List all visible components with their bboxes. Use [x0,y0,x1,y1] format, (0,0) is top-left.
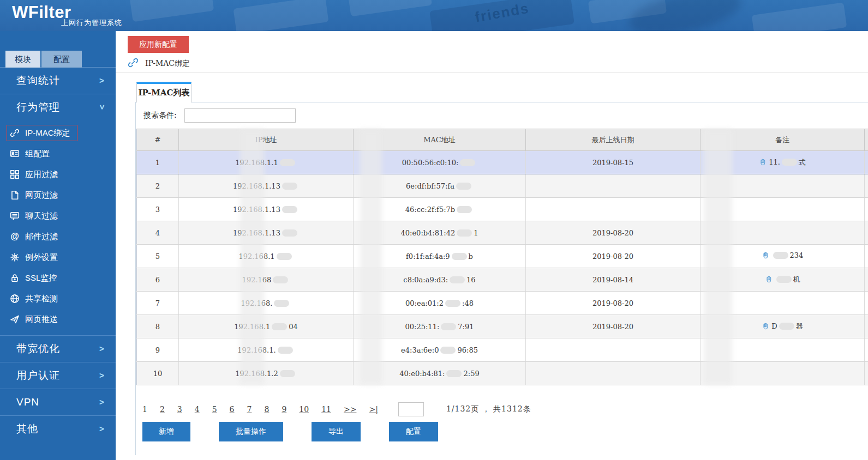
sidebar-item-label: 例外设置 [25,252,58,263]
search-input[interactable] [184,108,296,123]
top-header-bar: friends WFilter 上网行为管理系统 [0,0,868,31]
censored-blur [282,183,297,190]
sidebar-group-bandwidth-opt[interactable]: 带宽优化> [0,336,116,362]
cell-last-online: 2019-08-15 [526,151,701,174]
hand-remark-icon [762,251,770,261]
sidebar-item-app-filter[interactable]: 应用过滤 [0,164,116,185]
config-button[interactable]: 配置 [389,422,438,441]
sidebar-item-chat-filter[interactable]: 聊天过滤 [0,205,116,226]
sidebar-group-behavior-mgmt[interactable]: 行为管理> [0,94,116,120]
censored-blur [773,252,788,259]
page-link-8[interactable]: 8 [264,405,269,414]
hand-remark-icon [759,158,767,168]
keyboard-key-shape [233,0,328,31]
sidebar-item-ssl-monitor[interactable]: SSL监控 [0,268,116,288]
keyboard-key-shape [130,0,214,22]
page-link-10[interactable]: 10 [299,405,309,414]
page-last-link[interactable]: >| [369,405,378,414]
cell-last-online [526,174,701,198]
cell-overflow [865,174,868,198]
sidebar-item-web-filter[interactable]: 网页过滤 [0,185,116,205]
tab-ip-mac-list[interactable]: IP-MAC列表 [136,82,191,102]
sidebar-item-label: 网页过滤 [25,190,58,201]
sidebar-tab-config[interactable]: 配置 [41,51,82,68]
sidebar-item-group-config[interactable]: 组配置 [0,143,116,164]
table-row[interactable]: 2192.168.1.136e:df:bf:57:fa [137,174,868,198]
cell-last-online: 2019-08-14 [526,268,701,292]
action-buttons: 新增批量操作导出配置 [142,422,868,441]
sidebar-item-web-push[interactable]: 网页推送 [0,309,116,330]
table-row[interactable]: 7192.168.00:ea:01:2:482019-08-20 [137,292,868,315]
cell-index: 8 [137,315,179,338]
cell-last-online: 2019-08-20 [526,221,701,245]
cell-ip: 192.168.1.2 [179,362,354,385]
page-link-11[interactable]: 11 [321,405,331,414]
sidebar-group-other[interactable]: 其他> [0,416,116,442]
sidebar-item-box: 网页推送 [7,311,65,328]
cell-overflow [865,151,868,174]
pagination-info: 1/132页 ， 共1312条 [446,404,531,414]
cell-last-online: 2019-08-20 [526,315,701,338]
sidebar-group-vpn[interactable]: VPN> [0,389,116,415]
cell-overflow [865,268,868,292]
sidebar-item-mail-filter[interactable]: @邮件过滤 [0,226,116,247]
sidebar-item-exception-settings[interactable]: 例外设置 [0,247,116,268]
page-link-2[interactable]: 2 [160,405,165,414]
link-chain-icon [128,57,139,70]
sidebar-item-box: 聊天过滤 [7,208,65,224]
sidebar-item-label: 组配置 [25,149,50,159]
add-button[interactable]: 新增 [142,422,190,441]
cell-ip: 192.168 [179,268,354,292]
table-row[interactable]: 5192.168.1f0:1f:af:4a:9b2019-08-20234 [137,245,868,268]
table-row[interactable]: 3192.168.1.1346:cc:2f:f5:7b [137,198,868,221]
search-row: 搜索条件: [136,102,868,129]
sidebar-item-ip-mac-binding[interactable]: IP-MAC绑定 [0,123,116,143]
cell-index: 2 [137,174,179,198]
table-row[interactable]: 8192.168.10400:25:11:7:912019-08-20D器 [137,315,868,338]
cell-overflow [865,245,868,268]
table-row[interactable]: 9192.168.1.e4:3a:6e:096:85 [137,338,868,362]
column-header: 最后上线日期 [526,129,701,151]
page-jump-input[interactable] [398,402,424,416]
cell-ip: 192.168.1 [179,245,354,268]
page-link-6[interactable]: 6 [230,405,235,414]
page-link-5[interactable]: 5 [212,405,217,414]
page-next-set-link[interactable]: >> [344,405,356,414]
divider [116,72,868,73]
table-row[interactable]: 4192.168.1.1340:e0:b4:81:4212019-08-20 [137,221,868,245]
sidebar-group-label: 用户认证 [16,368,99,383]
page-link-4[interactable]: 4 [195,405,200,414]
table-body: 1192.168.1.100:50:56:c0:10:2019-08-1511.… [137,151,868,385]
apply-new-config-button[interactable]: 应用新配置 [128,36,189,53]
sidebar-group-query-stats[interactable]: 查询统计> [0,68,116,94]
chat-filter-chat-icon [9,210,20,221]
cell-mac: f0:1f:af:4a:9b [354,245,526,268]
cell-ip: 192.168.1.1 [179,151,354,174]
column-header: IP地址 [179,129,354,151]
cell-index: 4 [137,221,179,245]
cell-mac: 40:e0:b4:81:2:59 [354,362,526,385]
sidebar: 模块配置 查询统计>行为管理>IP-MAC绑定组配置应用过滤网页过滤聊天过滤@邮… [0,31,116,460]
censored-blur [446,370,462,377]
sidebar-group-user-auth[interactable]: 用户认证> [0,362,116,389]
sidebar-tab-modules[interactable]: 模块 [5,51,40,68]
cell-last-online: 2019-08-20 [526,245,701,268]
table-row[interactable]: 1192.168.1.100:50:56:c0:10:2019-08-1511.… [137,151,868,174]
cell-mac: 00:25:11:7:91 [354,315,526,338]
table-row[interactable]: 6192.168c8:0a:a9:d3:162019-08-14机 [137,268,868,292]
breadcrumb: IP-MAC绑定 [128,57,190,70]
sidebar-item-label: 聊天过滤 [25,211,58,221]
page-link-3[interactable]: 3 [177,405,182,414]
cell-mac: 46:cc:2f:f5:7b [354,198,526,221]
list-panel: 搜索条件: #IP地址MAC地址最后上线日期备注 1192.168.1.100:… [135,102,868,455]
cell-overflow [865,221,868,245]
page-link-7[interactable]: 7 [247,405,252,414]
page-link-9[interactable]: 9 [282,405,286,414]
export-button[interactable]: 导出 [312,422,361,441]
censored-blur [457,206,472,213]
table-row[interactable]: 10192.168.1.240:e0:b4:81:2:59 [137,362,868,385]
sidebar-item-share-detect[interactable]: 共享检测 [0,288,116,309]
batch-button[interactable]: 批量操作 [219,422,283,441]
cell-remark: D器 [701,315,865,338]
sidebar-item-box: IP-MAC绑定 [7,125,77,141]
